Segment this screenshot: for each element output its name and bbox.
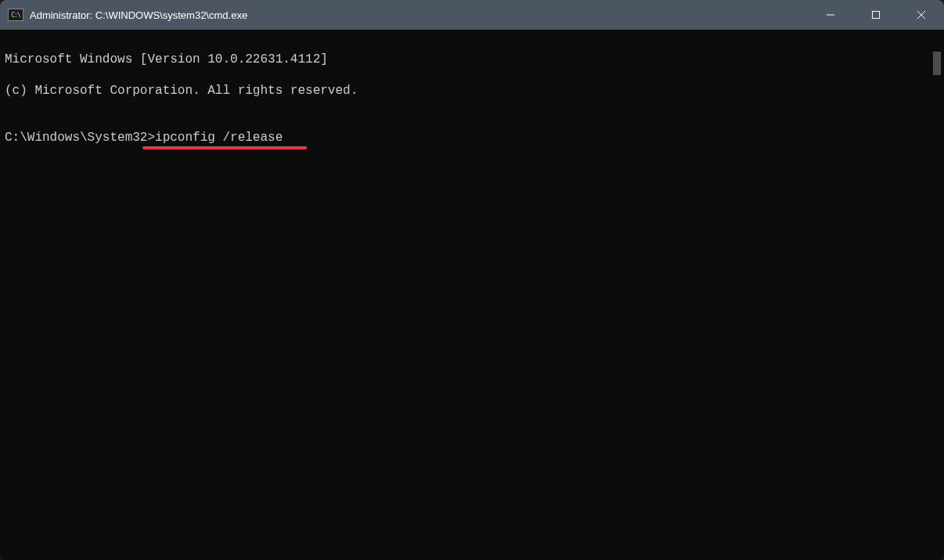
cmd-icon: C:\	[8, 9, 23, 21]
maximize-icon	[871, 10, 881, 20]
scrollbar-track[interactable]	[930, 30, 944, 560]
terminal-area: Microsoft Windows [Version 10.0.22631.41…	[0, 30, 944, 560]
cmd-window: C:\ Administrator: C:\WINDOWS\system32\c…	[0, 0, 944, 560]
window-controls	[808, 0, 944, 30]
terminal-line-version: Microsoft Windows [Version 10.0.22631.41…	[5, 52, 925, 67]
terminal-content[interactable]: Microsoft Windows [Version 10.0.22631.41…	[0, 30, 930, 560]
titlebar[interactable]: C:\ Administrator: C:\WINDOWS\system32\c…	[0, 0, 944, 30]
terminal-line-copyright: (c) Microsoft Corporation. All rights re…	[5, 83, 925, 99]
scrollbar-thumb[interactable]	[933, 52, 941, 75]
maximize-button[interactable]	[853, 0, 899, 30]
close-button[interactable]	[899, 0, 944, 30]
close-icon	[917, 10, 926, 20]
minimize-button[interactable]	[808, 0, 853, 30]
terminal-prompt: C:\Windows\System32>	[5, 131, 155, 145]
red-underline-annotation	[142, 146, 307, 149]
minimize-icon	[826, 10, 835, 20]
terminal-prompt-line: C:\Windows\System32>ipconfig /release	[5, 130, 283, 145]
terminal-command: ipconfig /release	[155, 131, 283, 145]
svg-rect-1	[873, 12, 880, 19]
window-title: Administrator: C:\WINDOWS\system32\cmd.e…	[30, 9, 808, 21]
